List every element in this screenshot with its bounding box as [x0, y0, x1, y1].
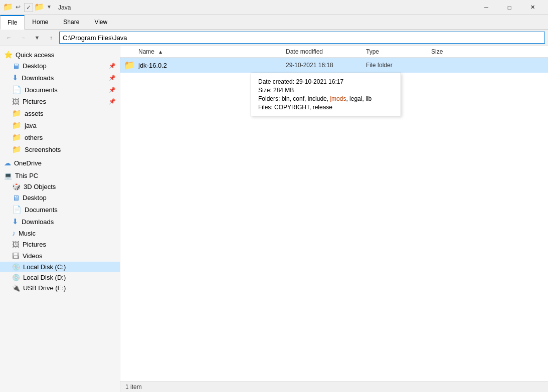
file-name-cell: jdk-16.0.2: [138, 62, 286, 69]
tab-file[interactable]: File: [0, 15, 25, 30]
col-header-date[interactable]: Date modified: [286, 48, 366, 55]
col-header-size[interactable]: Size: [431, 48, 481, 55]
file-icon-cell: 📁: [120, 60, 138, 71]
star-icon: ⭐: [4, 51, 13, 59]
tooltip-date-created: Date created: 29-10-2021 16:17: [258, 78, 394, 85]
sidebar-label-pictures-qa: Pictures: [23, 98, 46, 105]
onedrive-label: OneDrive: [14, 159, 42, 167]
sidebar-item-downloads-qa[interactable]: ⬇ Downloads 📌: [0, 72, 120, 84]
address-input[interactable]: [59, 32, 545, 44]
folder-icon-screenshots: 📁: [12, 145, 22, 154]
sidebar-item-documents-pc[interactable]: 📄 Documents: [0, 204, 120, 216]
pin-icon-pictures: 📌: [109, 98, 116, 105]
tooltip-folders: Folders: bin, conf, include, jmods, lega…: [258, 95, 394, 102]
sidebar-item-local-d[interactable]: 💿 Local Disk (D:): [0, 272, 120, 283]
col-date-label: Date modified: [286, 48, 323, 55]
sidebar-item-others[interactable]: 📁 others: [0, 131, 120, 143]
thispc-section: 💻 This PC 🎲 3D Objects 🖥 Desktop 📄 Docum…: [0, 169, 120, 293]
col-header-name[interactable]: Name ▲: [120, 48, 286, 55]
quick-access-section: ⭐ Quick access 🖥 Desktop 📌 ⬇ Downloads 📌…: [0, 48, 120, 155]
title-bar: 📁 ↩ ✓ 📁 ▼ Java ─ □ ✕: [0, 0, 548, 15]
thispc-header[interactable]: 💻 This PC: [0, 169, 120, 181]
folder-icon-java: 📁: [12, 121, 22, 130]
file-name: jdk-16.0.2: [138, 62, 167, 69]
col-name-label: Name: [138, 48, 154, 55]
quick-access-icon1[interactable]: ↩: [14, 3, 22, 11]
col-type-label: Type: [366, 48, 379, 55]
file-type: File folder: [366, 62, 393, 69]
maximize-button[interactable]: □: [498, 0, 521, 15]
onedrive-header[interactable]: ☁ OneDrive: [0, 156, 120, 168]
tab-home[interactable]: Home: [25, 15, 56, 29]
sidebar-label-documents-qa: Documents: [25, 86, 58, 94]
title-bar-icons: 📁 ↩ ✓ 📁 ▼: [4, 3, 53, 12]
3dobjects-icon: 🎲: [12, 182, 21, 190]
tab-view[interactable]: View: [87, 15, 115, 29]
sidebar-item-documents-qa[interactable]: 📄 Documents 📌: [0, 84, 120, 96]
tooltip-folders-suffix: , legal, lib: [346, 95, 372, 102]
tooltip-jmods-link[interactable]: jmods: [330, 95, 346, 102]
tab-share[interactable]: Share: [56, 15, 87, 29]
quick-access-icon2[interactable]: ✓: [24, 3, 33, 12]
sidebar-item-music[interactable]: ♪ Music: [0, 228, 120, 239]
pin-icon-desktop: 📌: [109, 63, 116, 69]
sidebar-label-3dobjects: 3D Objects: [24, 183, 56, 190]
folder-icon-assets: 📁: [12, 109, 22, 118]
desktop-icon: 🖥: [12, 62, 20, 70]
app-icon: 📁: [4, 3, 12, 11]
column-headers: Name ▲ Date modified Type Size: [120, 46, 548, 58]
sidebar-item-pictures-qa[interactable]: 🖼 Pictures 📌: [0, 96, 120, 107]
sidebar-label-others: others: [25, 134, 43, 141]
sidebar-item-assets[interactable]: 📁 assets: [0, 107, 120, 119]
folder-icon-jdk: 📁: [124, 60, 135, 71]
onedrive-section: ☁ OneDrive: [0, 156, 120, 168]
documents-icon-pc: 📄: [12, 205, 22, 214]
status-bar: 1 item: [120, 381, 548, 392]
music-icon: ♪: [12, 229, 16, 237]
sidebar-label-screenshots: Screenshots: [25, 146, 61, 153]
quick-access-header[interactable]: ⭐ Quick access: [0, 48, 120, 60]
sidebar-item-screenshots[interactable]: 📁 Screenshots: [0, 143, 120, 155]
sidebar-item-usb-e[interactable]: 🔌 USB Drive (E:): [0, 283, 120, 293]
sidebar: ⭐ Quick access 🖥 Desktop 📌 ⬇ Downloads 📌…: [0, 46, 120, 392]
tooltip-folders-prefix: Folders: bin, conf, include,: [258, 95, 330, 102]
sidebar-item-desktop-pc[interactable]: 🖥 Desktop: [0, 192, 120, 204]
table-row[interactable]: 📁 jdk-16.0.2 29-10-2021 16:18 File folde…: [120, 58, 548, 73]
file-list: 📁 jdk-16.0.2 29-10-2021 16:18 File folde…: [120, 58, 548, 381]
sidebar-label-usb-e: USB Drive (E:): [23, 284, 66, 292]
disk-icon-c: 💿: [12, 263, 20, 271]
pin-icon-downloads: 📌: [109, 75, 116, 81]
sidebar-label-local-c: Local Disk (C:): [23, 263, 66, 271]
up-button[interactable]: ↑: [45, 32, 57, 44]
sidebar-item-videos[interactable]: 🎞 Videos: [0, 250, 120, 262]
cloud-icon: ☁: [4, 159, 11, 167]
sidebar-item-desktop-qa[interactable]: 🖥 Desktop 📌: [0, 60, 120, 72]
sidebar-label-desktop-pc: Desktop: [23, 194, 47, 202]
pictures-icon-pc: 🖼: [12, 240, 20, 249]
minimize-button[interactable]: ─: [475, 0, 498, 15]
pictures-icon-qa: 🖼: [12, 97, 20, 106]
tooltip-files: Files: COPYRIGHT, release: [258, 104, 394, 111]
sort-arrow-name: ▲: [158, 49, 163, 55]
window-controls: ─ □ ✕: [475, 0, 544, 15]
desktop-icon-pc: 🖥: [12, 193, 20, 202]
file-type-cell: File folder: [366, 62, 431, 69]
quick-access-label: Quick access: [16, 51, 54, 59]
file-date: 29-10-2021 16:18: [286, 62, 333, 69]
back-button[interactable]: ←: [3, 32, 15, 44]
recent-dropdown-button[interactable]: ▼: [31, 32, 43, 44]
sidebar-label-pictures-pc: Pictures: [23, 241, 46, 248]
forward-button[interactable]: →: [17, 32, 29, 44]
sidebar-item-java[interactable]: 📁 java: [0, 119, 120, 131]
sidebar-item-local-c[interactable]: 💿 Local Disk (C:): [0, 262, 120, 272]
col-size-label: Size: [431, 48, 443, 55]
close-button[interactable]: ✕: [521, 0, 544, 15]
sidebar-item-downloads-pc[interactable]: ⬇ Downloads: [0, 216, 120, 228]
dropdown-arrow[interactable]: ▼: [45, 3, 53, 11]
sidebar-item-3dobjects[interactable]: 🎲 3D Objects: [0, 181, 120, 192]
pin-icon-documents: 📌: [109, 87, 116, 93]
tooltip-size: Size: 284 MB: [258, 87, 394, 94]
col-header-type[interactable]: Type: [366, 48, 431, 55]
sidebar-item-pictures-pc[interactable]: 🖼 Pictures: [0, 239, 120, 250]
file-tooltip: Date created: 29-10-2021 16:17 Size: 284…: [251, 73, 401, 116]
